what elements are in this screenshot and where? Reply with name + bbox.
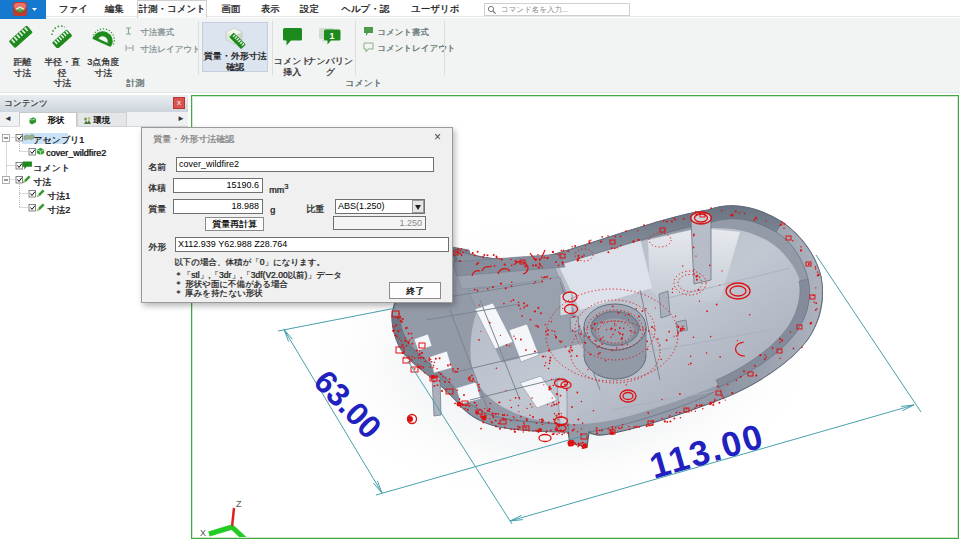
svg-text:X: X xyxy=(200,528,206,537)
svg-text:1: 1 xyxy=(329,31,334,41)
svg-text:Z: Z xyxy=(236,499,242,509)
